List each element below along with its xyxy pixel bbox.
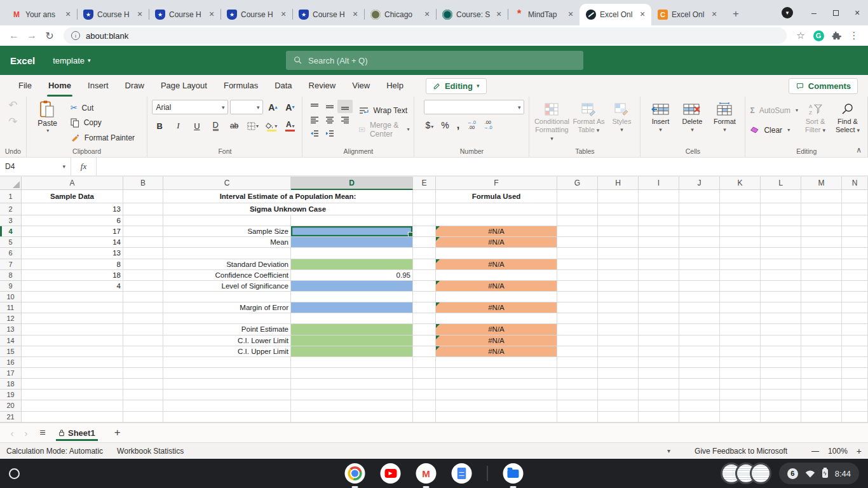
cell-L17[interactable]	[761, 368, 801, 379]
cell-D18[interactable]	[291, 379, 413, 390]
cell-B10[interactable]	[123, 292, 163, 302]
cell-B4[interactable]	[123, 226, 163, 237]
underline-button[interactable]: U	[189, 119, 204, 133]
files-app-icon[interactable]	[503, 463, 524, 484]
cell-J18[interactable]	[679, 379, 720, 390]
extensions-puzzle-icon[interactable]	[827, 31, 845, 41]
browser-tab[interactable]: *MindTap×	[508, 4, 580, 25]
cell-C11[interactable]: Margin of Error	[163, 302, 291, 313]
cell-J3[interactable]	[679, 215, 720, 226]
cell-D6[interactable]	[291, 248, 413, 259]
cell-G8[interactable]	[557, 270, 598, 281]
cell-A18[interactable]	[22, 379, 123, 390]
row-header-1[interactable]: 1	[0, 190, 22, 203]
close-window-button[interactable]: ×	[846, 0, 868, 25]
cell-I2[interactable]	[639, 203, 679, 215]
column-header-M[interactable]: M	[801, 177, 842, 190]
find-select-button[interactable]: Find & Select ▾	[832, 100, 863, 146]
cell-H5[interactable]	[598, 237, 639, 248]
cell-G18[interactable]	[557, 379, 598, 390]
align-right-button[interactable]	[337, 113, 353, 126]
row-header-15[interactable]: 15	[0, 346, 22, 357]
cell-J4[interactable]	[679, 226, 720, 237]
cell-M10[interactable]	[801, 292, 842, 302]
cell-K2[interactable]	[720, 203, 761, 215]
cell-A15[interactable]	[22, 346, 123, 357]
cell-M1[interactable]	[801, 190, 842, 203]
cell-D13[interactable]	[291, 324, 413, 335]
restore-button[interactable]	[825, 0, 846, 25]
profile-badge-icon[interactable]: ▾	[782, 7, 793, 18]
cell-D19[interactable]	[291, 390, 413, 400]
font-name-select[interactable]: Arial ▾	[152, 100, 228, 114]
cell-J11[interactable]	[679, 302, 720, 313]
row-header-14[interactable]: 14	[0, 336, 22, 346]
cell-N9[interactable]	[842, 281, 868, 292]
decrease-font-size-button[interactable]: A▾	[282, 100, 297, 114]
cell-D21[interactable]	[291, 412, 413, 423]
all-sheets-menu-icon[interactable]: ≡	[33, 427, 52, 438]
align-middle-button[interactable]	[322, 100, 337, 113]
zoom-in-button[interactable]: +	[857, 446, 862, 456]
ribbon-tab-file[interactable]: File	[10, 75, 40, 97]
tab-close-icon[interactable]: ×	[709, 10, 719, 20]
cell-B6[interactable]	[123, 248, 163, 259]
cell-D4[interactable]	[291, 226, 413, 237]
cell-M3[interactable]	[801, 215, 842, 226]
ribbon-tab-data[interactable]: Data	[266, 75, 300, 97]
row-header-3[interactable]: 3	[0, 215, 22, 226]
cell-E19[interactable]	[413, 390, 436, 400]
cell-J15[interactable]	[679, 346, 720, 357]
align-top-button[interactable]	[307, 100, 322, 113]
undo-icon[interactable]: ↶	[8, 100, 17, 111]
cell-G13[interactable]	[557, 324, 598, 335]
copy-button[interactable]: Copy	[71, 116, 135, 130]
cell-L6[interactable]	[761, 248, 801, 259]
cell-L12[interactable]	[761, 313, 801, 324]
cell-I7[interactable]	[639, 259, 679, 270]
tab-close-icon[interactable]: ×	[494, 10, 504, 20]
cell-C13[interactable]: Point Estimate	[163, 324, 291, 335]
cell-L4[interactable]	[761, 226, 801, 237]
name-box[interactable]: D4 ▾	[0, 158, 71, 175]
cell-M20[interactable]	[801, 400, 842, 411]
column-header-B[interactable]: B	[123, 177, 163, 190]
cell-I8[interactable]	[639, 270, 679, 281]
decrease-indent-button[interactable]	[307, 126, 322, 140]
cell-G6[interactable]	[557, 248, 598, 259]
cell-C4[interactable]: Sample Size	[163, 226, 291, 237]
cell-H7[interactable]	[598, 259, 639, 270]
cell-F2[interactable]	[436, 203, 557, 215]
cell-E5[interactable]	[413, 237, 436, 248]
cell-I13[interactable]	[639, 324, 679, 335]
cell-M5[interactable]	[801, 237, 842, 248]
cell-K4[interactable]	[720, 226, 761, 237]
cell-C21[interactable]	[163, 412, 291, 423]
reload-icon[interactable]: ↻	[41, 30, 58, 42]
search-input[interactable]: Search (Alt + Q)	[286, 51, 583, 70]
wrap-text-button[interactable]: Wrap Text	[359, 104, 409, 117]
cell-A3[interactable]: 6	[22, 215, 123, 226]
cell-E11[interactable]	[413, 302, 436, 313]
browser-tab[interactable]: CExcel Onl×	[651, 4, 723, 25]
cell-C6[interactable]	[163, 248, 291, 259]
cell-N16[interactable]	[842, 357, 868, 368]
cell-H15[interactable]	[598, 346, 639, 357]
tab-close-icon[interactable]: ×	[350, 10, 360, 20]
row-header-18[interactable]: 18	[0, 379, 22, 390]
cell-H4[interactable]	[598, 226, 639, 237]
cell-N18[interactable]	[842, 379, 868, 390]
column-header-J[interactable]: J	[679, 177, 720, 190]
cell-F10[interactable]	[436, 292, 557, 302]
styles-button[interactable]: Styles ▾	[607, 100, 635, 146]
column-header-E[interactable]: E	[413, 177, 436, 190]
cell-B20[interactable]	[123, 400, 163, 411]
gmail-app-icon[interactable]: M	[416, 463, 437, 484]
browser-tab[interactable]: ★Course H×	[292, 4, 364, 25]
cell-N17[interactable]	[842, 368, 868, 379]
cell-C10[interactable]	[163, 292, 291, 302]
comma-style-button[interactable]: ,	[457, 119, 459, 131]
row-header-16[interactable]: 16	[0, 357, 22, 368]
cell-G1[interactable]	[557, 190, 598, 203]
cell-E17[interactable]	[413, 368, 436, 379]
